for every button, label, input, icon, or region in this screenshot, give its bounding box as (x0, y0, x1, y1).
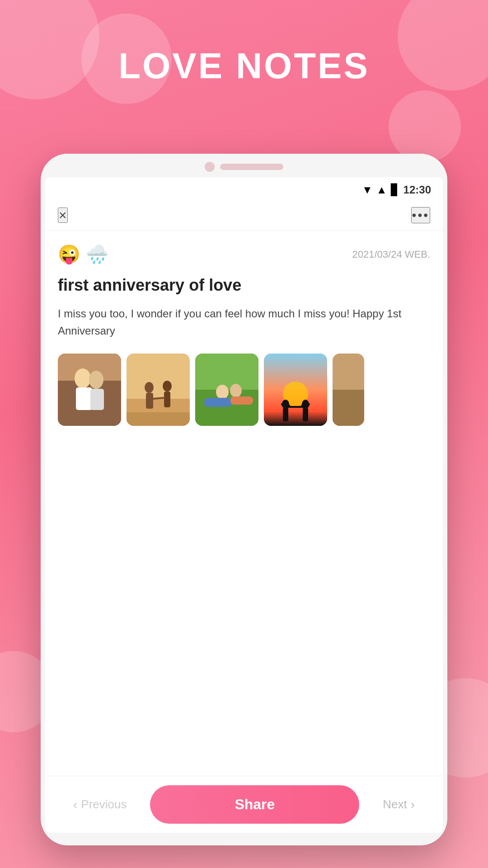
note-meta: 😜 🌧️ 2021/03/24 WEB. (58, 244, 430, 265)
svg-point-2 (75, 368, 91, 388)
phone-notch (41, 154, 447, 177)
photo-thumb[interactable] (58, 354, 121, 426)
note-content: 😜 🌧️ 2021/03/24 WEB. first anniversary o… (45, 231, 443, 776)
emoji-weather: 🌧️ (86, 244, 108, 265)
svg-point-16 (216, 385, 229, 399)
svg-rect-5 (90, 389, 104, 410)
app-header: × ••• (45, 200, 443, 231)
phone-speaker (220, 164, 283, 170)
prev-chevron-icon: ‹ (73, 797, 77, 812)
svg-rect-12 (164, 392, 170, 407)
svg-point-11 (163, 381, 172, 392)
note-emojis: 😜 🌧️ (58, 244, 108, 265)
previous-label: Previous (81, 797, 127, 811)
wifi-icon: ▼ (362, 184, 373, 196)
status-bar: ▼ ▲ ▊ 12:30 (45, 177, 443, 200)
svg-rect-8 (127, 412, 190, 426)
previous-button[interactable]: ‹ Previous (59, 789, 141, 820)
svg-rect-19 (230, 396, 253, 405)
share-button[interactable]: Share (150, 785, 359, 824)
photo-thumb[interactable] (127, 354, 190, 426)
emoji-face: 😜 (58, 244, 80, 265)
svg-line-13 (153, 398, 164, 399)
app-screen: ▼ ▲ ▊ 12:30 × ••• 😜 🌧️ 2021/03/24 WEB. f… (45, 177, 443, 833)
photo-strip (58, 354, 430, 429)
app-title: LOVE NOTES (0, 45, 488, 87)
svg-rect-10 (146, 393, 153, 409)
next-chevron-icon: › (411, 797, 415, 812)
note-date: 2021/03/24 WEB. (352, 249, 430, 260)
bottom-nav: ‹ Previous Share Next › (45, 776, 443, 833)
svg-rect-32 (333, 390, 364, 426)
more-options-button[interactable]: ••• (411, 207, 430, 223)
photo-thumb[interactable] (264, 354, 327, 426)
svg-point-17 (230, 384, 242, 397)
photo-thumb[interactable] (333, 354, 364, 426)
signal-icon: ▲ (376, 184, 387, 196)
status-time: 12:30 (404, 184, 431, 196)
phone-mockup: ▼ ▲ ▊ 12:30 × ••• 😜 🌧️ 2021/03/24 WEB. f… (41, 154, 447, 845)
svg-point-3 (89, 371, 103, 389)
photo-thumb[interactable] (195, 354, 258, 426)
note-body: I miss you too, I wonder if you can feel… (58, 305, 430, 340)
next-label: Next (383, 797, 407, 811)
bokeh-decoration (389, 90, 461, 163)
next-button[interactable]: Next › (368, 789, 429, 820)
svg-rect-4 (76, 387, 92, 410)
note-title: first anniversary of love (58, 275, 430, 296)
battery-icon: ▊ (391, 184, 399, 196)
phone-camera (205, 162, 215, 172)
close-button[interactable]: × (58, 208, 68, 223)
status-icons: ▼ ▲ ▊ (362, 184, 399, 196)
svg-rect-18 (204, 398, 231, 407)
svg-point-9 (145, 382, 154, 393)
